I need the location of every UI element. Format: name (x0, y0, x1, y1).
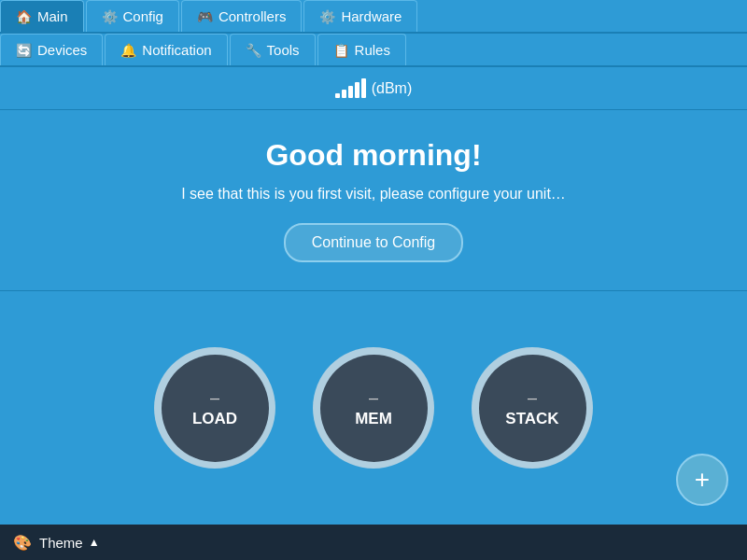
controllers-icon: 🎮 (197, 9, 213, 24)
tab-tools[interactable]: 🔧 Tools (230, 34, 316, 65)
load-label: LOAD (192, 410, 237, 428)
tab-rules[interactable]: 📋 Rules (317, 34, 406, 65)
tab-controllers[interactable]: 🎮 Controllers (181, 0, 303, 32)
mem-circle: – MEM (313, 347, 434, 469)
rules-icon: 📋 (333, 43, 349, 58)
hardware-icon: ⚙️ (319, 9, 335, 24)
theme-arrow-icon: ▲ (89, 536, 100, 549)
signal-label: (dBm) (372, 80, 413, 97)
tab-row-1: 🏠 Main ⚙️ Config 🎮 Controllers ⚙️ Hardwa… (0, 0, 747, 34)
stats-section: – LOAD – MEM – STACK + (0, 291, 747, 525)
tab-rules-label: Rules (355, 42, 390, 58)
stack-value: – (528, 388, 537, 408)
tab-notification-label: Notification (142, 42, 211, 58)
theme-icon: 🎨 (13, 534, 32, 552)
tab-devices[interactable]: 🔄 Devices (0, 34, 103, 65)
continue-to-config-button[interactable]: Continue to Config (284, 223, 464, 262)
tab-config-label: Config (123, 8, 163, 24)
tab-config[interactable]: ⚙️ Config (86, 0, 179, 32)
load-value: – (210, 388, 219, 408)
signal-bar: (dBm) (0, 67, 747, 110)
tab-notification[interactable]: 🔔 Notification (105, 34, 227, 65)
theme-label: Theme (39, 535, 83, 551)
home-icon: 🏠 (16, 9, 32, 24)
load-circle: – LOAD (154, 347, 275, 469)
tab-devices-label: Devices (37, 42, 87, 58)
stack-label: STACK (505, 410, 558, 428)
theme-bar[interactable]: 🎨 Theme ▲ (0, 525, 747, 560)
stack-circle-inner: – STACK (479, 355, 586, 462)
plus-icon: + (695, 465, 710, 495)
tab-controllers-label: Controllers (218, 8, 287, 24)
mem-label: MEM (355, 410, 392, 428)
tab-main[interactable]: 🏠 Main (0, 0, 84, 32)
mem-circle-inner: – MEM (320, 355, 428, 462)
tools-icon: 🔧 (246, 43, 261, 58)
notification-icon: 🔔 (120, 43, 136, 58)
welcome-subtitle: I see that this is you first visit, plea… (181, 186, 566, 203)
devices-icon: 🔄 (16, 43, 32, 58)
tab-hardware-label: Hardware (341, 8, 402, 24)
config-icon: ⚙️ (102, 9, 118, 24)
load-circle-inner: – LOAD (162, 355, 269, 462)
welcome-title: Good morning! (265, 138, 481, 173)
tab-tools-label: Tools (267, 42, 300, 58)
welcome-section: Good morning! I see that this is you fir… (0, 110, 747, 291)
tab-hardware[interactable]: ⚙️ Hardware (303, 0, 417, 32)
signal-strength-icon (335, 78, 366, 98)
mem-value: – (369, 388, 378, 408)
tab-row-2: 🔄 Devices 🔔 Notification 🔧 Tools 📋 Rules (0, 34, 747, 67)
tab-main-label: Main (37, 8, 68, 24)
fab-add-button[interactable]: + (676, 454, 728, 506)
stack-circle: – STACK (472, 347, 593, 469)
